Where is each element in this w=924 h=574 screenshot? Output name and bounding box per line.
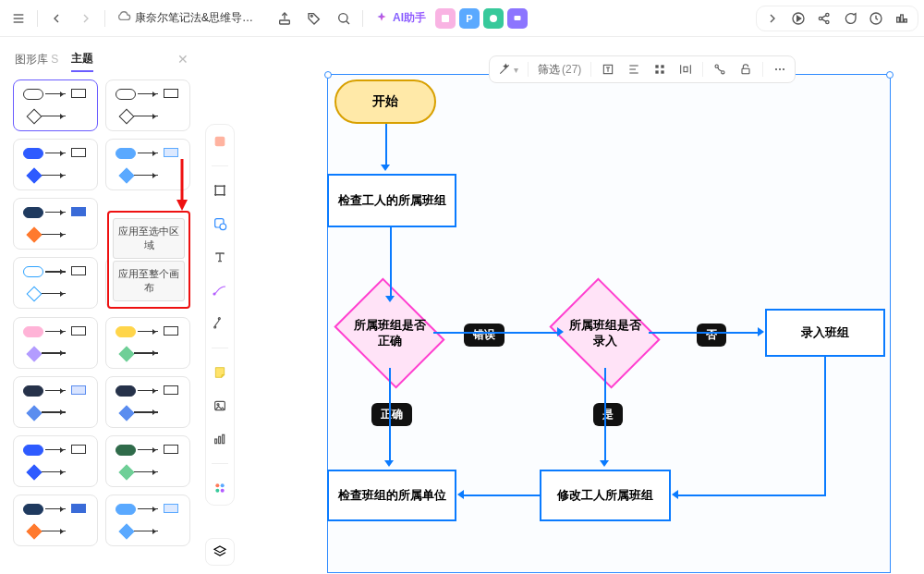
edge-label-no[interactable]: 否 <box>697 324 726 347</box>
shape-icon[interactable] <box>209 213 231 235</box>
svg-rect-38 <box>223 434 225 443</box>
note-icon[interactable] <box>209 361 231 384</box>
cloud-icon <box>116 9 131 28</box>
theme-card[interactable] <box>13 317 98 369</box>
tag-icon[interactable] <box>301 6 327 31</box>
svg-rect-24 <box>215 186 224 194</box>
svg-point-56 <box>722 71 724 74</box>
grid-icon[interactable] <box>650 62 669 77</box>
tab-theme[interactable]: 主题 <box>71 47 93 72</box>
close-icon[interactable]: ✕ <box>177 52 188 67</box>
frame-icon[interactable] <box>209 179 231 202</box>
document-title[interactable]: 康奈尔笔记法&思维导图笔… <box>111 9 268 28</box>
ai-assistant-button[interactable]: AI助手 <box>369 10 432 26</box>
svg-point-35 <box>217 404 219 406</box>
theme-card[interactable] <box>13 198 98 250</box>
theme-card[interactable] <box>13 495 98 546</box>
node-label: 所属班组是否正确 <box>350 318 429 349</box>
edge-label-wrong[interactable]: 错误 <box>464 324 505 347</box>
menu-icon[interactable] <box>6 6 31 31</box>
edge-label-yes[interactable]: 是 <box>593 403 623 426</box>
unlock-icon[interactable] <box>736 62 755 77</box>
connector-icon[interactable] <box>209 312 231 335</box>
magic-icon[interactable]: ▾ <box>495 62 520 77</box>
distribute-icon[interactable] <box>676 62 695 77</box>
edge-label-correct[interactable]: 正确 <box>371 403 412 426</box>
flow-node-modify-group[interactable]: 修改工人所属班组 <box>540 470 671 521</box>
text-style-icon[interactable] <box>599 62 617 77</box>
node-label: 检查班组的所属单位 <box>338 487 446 504</box>
svg-rect-20 <box>905 19 907 22</box>
flow-node-group-entered[interactable]: 所属班组是否录入 <box>561 299 649 368</box>
tab-shapes[interactable]: 图形库 S <box>15 48 58 71</box>
flow-node-check-group[interactable]: 检查工人的所属班组 <box>327 174 456 227</box>
play-icon[interactable] <box>786 6 810 31</box>
text-icon[interactable] <box>209 246 231 268</box>
flow-node-enter-group[interactable]: 录入班组 <box>765 309 885 357</box>
more-options-icon[interactable] <box>771 62 789 77</box>
chart-icon[interactable] <box>209 428 231 450</box>
history-icon[interactable] <box>864 6 888 31</box>
apply-to-canvas-button[interactable]: 应用至整个画布 <box>113 261 185 301</box>
image-icon[interactable] <box>209 395 231 417</box>
apply-to-selection-button[interactable]: 应用至选中区域 <box>113 218 185 259</box>
sidebar-tabs: 图形库 S 主题 ✕ <box>9 44 194 74</box>
theme-grid <box>9 74 194 565</box>
node-label: 检查工人的所属班组 <box>338 192 446 209</box>
svg-point-58 <box>775 68 777 70</box>
svg-rect-23 <box>215 137 225 147</box>
app-chip-3[interactable] <box>483 8 504 29</box>
svg-rect-9 <box>515 16 521 20</box>
comment-icon[interactable] <box>838 6 862 31</box>
canvas[interactable]: ▾ 筛选 (27) 开始 检查工人的所属班组 所属班组是否正确 所属班组是否录入… <box>244 44 924 574</box>
chevron-right-icon[interactable] <box>760 6 784 31</box>
theme-card[interactable] <box>105 435 190 487</box>
theme-card[interactable] <box>105 376 190 428</box>
layers-icon[interactable] <box>205 538 235 566</box>
forward-icon[interactable] <box>73 6 99 31</box>
link-icon[interactable] <box>711 62 729 77</box>
export-icon[interactable] <box>272 6 298 31</box>
svg-point-30 <box>220 224 226 230</box>
selection-toolbar: ▾ 筛选 (27) <box>489 55 796 83</box>
svg-point-59 <box>779 68 781 70</box>
node-label: 修改工人所属班组 <box>557 487 653 504</box>
svg-rect-54 <box>684 67 687 71</box>
svg-rect-50 <box>656 70 659 73</box>
node-label: 开始 <box>372 93 398 110</box>
search-icon[interactable] <box>331 6 357 31</box>
annotation-arrow-icon <box>176 157 188 213</box>
theme-card[interactable] <box>13 257 98 309</box>
back-icon[interactable] <box>43 6 69 31</box>
svg-rect-7 <box>442 15 449 22</box>
app-chip-1[interactable] <box>435 8 456 29</box>
more-icon[interactable] <box>890 6 914 31</box>
theme-card[interactable] <box>105 317 190 369</box>
flow-node-start[interactable]: 开始 <box>334 79 436 124</box>
theme-card[interactable] <box>105 79 190 131</box>
align-icon[interactable] <box>625 62 643 77</box>
share-icon[interactable] <box>812 6 836 31</box>
theme-card[interactable] <box>13 79 98 131</box>
filter-button[interactable]: 筛选 (27) <box>536 62 583 78</box>
app-chip-4[interactable] <box>507 8 528 29</box>
theme-card[interactable] <box>13 376 98 428</box>
theme-card[interactable] <box>105 495 190 546</box>
svg-rect-18 <box>897 18 900 22</box>
pen-icon[interactable] <box>209 279 231 301</box>
theme-card[interactable] <box>13 139 98 190</box>
svg-line-6 <box>346 20 349 23</box>
color-icon[interactable] <box>209 130 231 153</box>
theme-card[interactable] <box>13 435 98 487</box>
flow-node-check-unit[interactable]: 检查班组的所属单位 <box>327 470 456 521</box>
svg-point-5 <box>339 13 347 21</box>
app-chip-2[interactable]: P <box>459 8 480 29</box>
svg-rect-51 <box>662 70 664 73</box>
svg-point-60 <box>783 68 784 70</box>
svg-point-55 <box>715 65 718 67</box>
svg-rect-37 <box>219 436 221 443</box>
flow-node-group-correct[interactable]: 所属班组是否正确 <box>346 299 433 368</box>
apps-icon[interactable] <box>209 477 231 499</box>
svg-marker-22 <box>176 200 188 211</box>
node-label: 所属班组是否录入 <box>565 318 644 349</box>
